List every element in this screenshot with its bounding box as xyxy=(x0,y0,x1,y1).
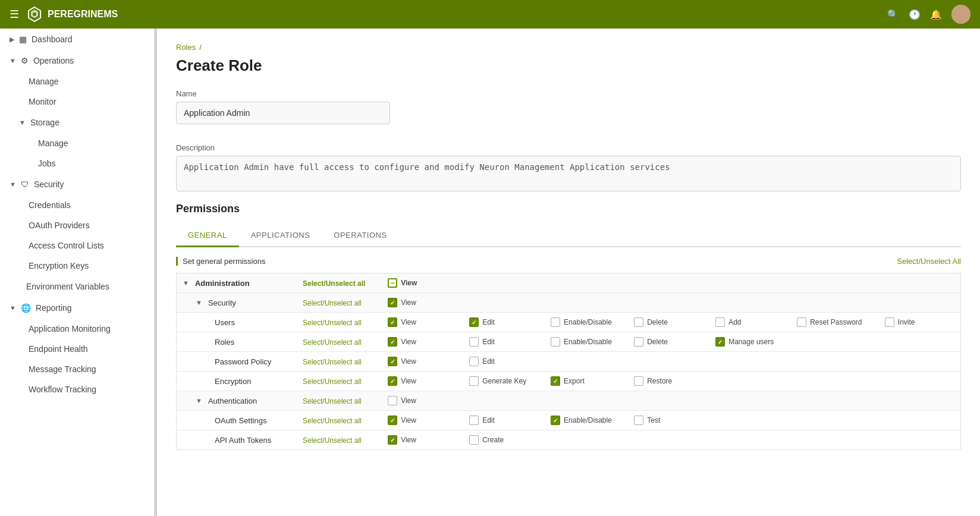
sidebar-item-storage-manage[interactable]: Manage xyxy=(0,133,154,153)
select-unselect-roles[interactable]: Select/Unselect all xyxy=(303,338,362,347)
sidebar-item-env-vars[interactable]: Environment Variables xyxy=(0,276,154,297)
oauth-providers-label: OAuth Providers xyxy=(29,221,90,230)
description-input[interactable]: Application Admin have full access to co… xyxy=(176,156,961,191)
sidebar-item-credentials[interactable]: Credentials xyxy=(0,195,154,215)
sidebar-item-oauth-providers[interactable]: OAuth Providers xyxy=(0,215,154,235)
app-monitoring-label: Application Monitoring xyxy=(29,324,111,333)
security-view-cell: View xyxy=(388,298,457,307)
encryption-keys-label: Encryption Keys xyxy=(29,261,89,270)
oauthsettings-edit-checkbox[interactable] xyxy=(469,416,479,425)
security-row-label: Security xyxy=(208,298,236,307)
sidebar-item-acl[interactable]: Access Control Lists xyxy=(0,235,154,256)
description-label: Description xyxy=(176,143,961,152)
security-label: Security xyxy=(34,180,64,189)
select-unselect-api-auth-tokens[interactable]: Select/Unselect all xyxy=(303,436,362,445)
tab-operations[interactable]: OPERATIONS xyxy=(322,225,398,247)
history-icon[interactable]: 🕐 xyxy=(909,9,921,20)
users-delete-checkbox[interactable] xyxy=(634,317,643,327)
select-unselect-security[interactable]: Select/Unselect all xyxy=(303,299,362,307)
operations-manage-label: Manage xyxy=(29,77,59,86)
roles-view-checkbox[interactable] xyxy=(388,337,397,347)
users-add-checkbox[interactable] xyxy=(715,317,725,327)
breadcrumb-roles-link[interactable]: Roles xyxy=(176,43,196,52)
tab-general[interactable]: GENERAL xyxy=(176,225,239,247)
chevron-right-icon: ▶ xyxy=(10,36,14,43)
tab-applications[interactable]: APPLICATIONS xyxy=(239,225,322,247)
roles-delete-checkbox[interactable] xyxy=(634,337,643,347)
search-icon[interactable]: 🔍 xyxy=(887,9,899,20)
storage-label: Storage xyxy=(30,118,59,127)
users-label: Users xyxy=(215,318,235,327)
menu-icon[interactable]: ☰ xyxy=(10,8,19,21)
user-avatar[interactable] xyxy=(951,5,970,24)
table-row: ▼ Security Select/Unselect all View xyxy=(177,293,961,313)
oauth-settings-label: OAuth Settings xyxy=(215,416,266,425)
sidebar-item-operations[interactable]: ▼ ⚙ Operations xyxy=(0,50,154,71)
sidebar-item-storage[interactable]: ▼ Storage xyxy=(0,112,154,133)
oauthsettings-enabledisable-checkbox[interactable] xyxy=(551,416,560,425)
notification-icon[interactable]: 🔔 xyxy=(930,9,942,20)
users-edit-checkbox[interactable] xyxy=(469,317,479,327)
passwordpolicy-edit-checkbox[interactable] xyxy=(469,357,479,366)
select-unselect-encryption[interactable]: Select/Unselect all xyxy=(303,377,362,386)
users-enabledisable-checkbox[interactable] xyxy=(551,317,560,327)
chevron-down-icon: ▼ xyxy=(10,57,16,64)
users-view-checkbox[interactable] xyxy=(388,317,397,327)
sidebar-item-app-monitoring[interactable]: Application Monitoring xyxy=(0,319,154,339)
select-unselect-all-button[interactable]: Select/Unselect All xyxy=(897,257,961,266)
shield-icon: 🛡 xyxy=(21,180,29,189)
storage-jobs-label: Jobs xyxy=(38,159,56,168)
password-policy-label: Password Policy xyxy=(215,357,271,366)
sidebar-item-dashboard[interactable]: ▶ ▦ Dashboard xyxy=(0,29,154,50)
sidebar-item-reporting[interactable]: ▼ 🌐 Reporting xyxy=(0,297,154,319)
authentication-view-checkbox[interactable] xyxy=(388,396,397,405)
main-content: Roles / Create Role Name Description App… xyxy=(157,29,980,516)
security-view-checkbox[interactable] xyxy=(388,298,397,307)
page-title: Create Role xyxy=(176,56,961,75)
chevron-down-icon-security: ▼ xyxy=(10,181,16,188)
oauthsettings-test-checkbox[interactable] xyxy=(634,416,643,425)
sidebar: ▶ ▦ Dashboard ▼ ⚙ Operations Manage Moni… xyxy=(0,29,155,516)
passwordpolicy-view-checkbox[interactable] xyxy=(388,357,397,366)
apiaauthtokens-create-checkbox[interactable] xyxy=(469,435,479,445)
dashboard-icon: ▦ xyxy=(19,34,27,44)
credentials-label: Credentials xyxy=(29,200,71,210)
encryption-view-checkbox[interactable] xyxy=(388,376,397,386)
users-invite-checkbox[interactable] xyxy=(885,317,894,327)
set-general-label: Set general permissions xyxy=(176,257,265,266)
admin-view-cell: View xyxy=(388,278,457,288)
admin-view-checkbox[interactable] xyxy=(388,278,397,288)
sidebar-item-workflow-tracking[interactable]: Workflow Tracking xyxy=(0,379,154,399)
encryption-restore-checkbox[interactable] xyxy=(634,376,643,386)
sidebar-item-encryption-keys[interactable]: Encryption Keys xyxy=(0,256,154,276)
select-unselect-authentication[interactable]: Select/Unselect all xyxy=(303,397,362,405)
logo-icon xyxy=(26,6,43,23)
message-tracking-label: Message Tracking xyxy=(29,364,96,374)
chevron-down-icon-storage: ▼ xyxy=(19,119,26,126)
select-unselect-administration[interactable]: Select/Unselect all xyxy=(303,279,365,288)
select-unselect-password-policy[interactable]: Select/Unselect all xyxy=(303,358,362,366)
oauthsettings-view-checkbox[interactable] xyxy=(388,416,397,425)
table-row: OAuth Settings Select/Unselect all View xyxy=(177,411,961,430)
name-input[interactable] xyxy=(176,102,390,124)
sidebar-item-storage-jobs[interactable]: Jobs xyxy=(0,153,154,174)
operations-label: Operations xyxy=(33,56,74,65)
apiaauthtokens-view-checkbox[interactable] xyxy=(388,435,397,445)
roles-enabledisable-checkbox[interactable] xyxy=(551,337,560,347)
roles-edit-checkbox[interactable] xyxy=(469,337,479,347)
chevron-down-icon-reporting: ▼ xyxy=(10,304,16,312)
select-unselect-oauth-settings[interactable]: Select/Unselect all xyxy=(303,417,362,425)
sidebar-item-endpoint-health[interactable]: Endpoint Health xyxy=(0,339,154,359)
sidebar-item-operations-manage[interactable]: Manage xyxy=(0,71,154,92)
roles-manageusers-checkbox[interactable] xyxy=(715,337,725,347)
sidebar-item-security[interactable]: ▼ 🛡 Security xyxy=(0,174,154,195)
sidebar-item-message-tracking[interactable]: Message Tracking xyxy=(0,359,154,379)
encryption-export-checkbox[interactable] xyxy=(551,376,560,386)
breadcrumb-separator: / xyxy=(199,43,202,52)
select-unselect-users[interactable]: Select/Unselect all xyxy=(303,319,362,327)
sidebar-item-operations-monitor[interactable]: Monitor xyxy=(0,92,154,112)
users-resetpassword-checkbox[interactable] xyxy=(797,317,806,327)
encryption-generatekey-checkbox[interactable] xyxy=(469,376,479,386)
administration-label: Administration xyxy=(195,279,250,288)
table-row: ▼ Authentication Select/Unselect all Vie… xyxy=(177,391,961,411)
